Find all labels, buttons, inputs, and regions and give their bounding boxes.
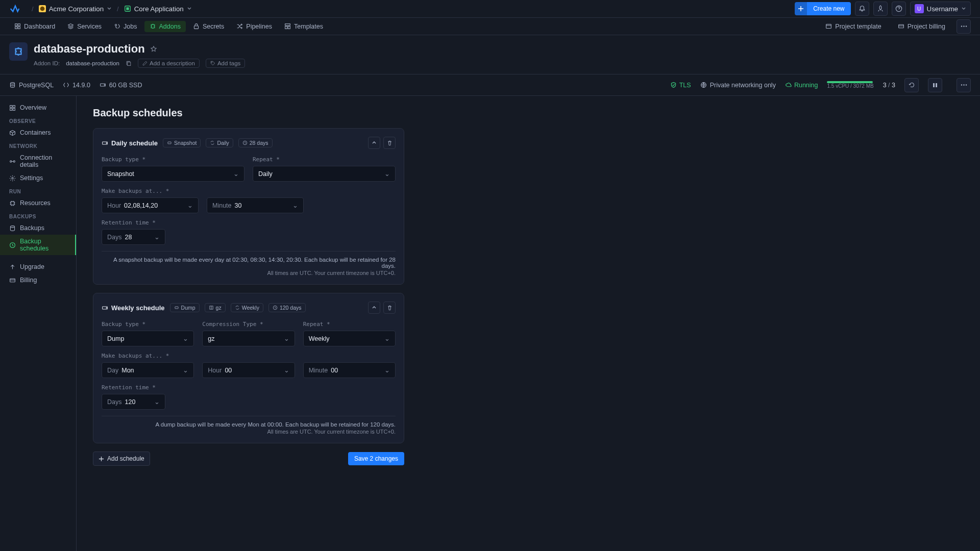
version-info: 14.9.0 bbox=[63, 82, 90, 89]
tab-label: Secrets bbox=[203, 23, 224, 30]
save-label: Save 2 changes bbox=[354, 455, 398, 462]
svg-rect-7 bbox=[15, 27, 17, 29]
sidebar-item-billing[interactable]: Billing bbox=[0, 273, 76, 287]
rocket-icon bbox=[877, 5, 884, 12]
svg-rect-31 bbox=[13, 105, 15, 107]
plus-icon bbox=[99, 456, 104, 462]
disk-label: 60 GB SSD bbox=[109, 82, 142, 89]
copy-icon[interactable] bbox=[126, 60, 132, 66]
sidebar-item-settings[interactable]: Settings bbox=[0, 171, 76, 185]
tag-icon bbox=[210, 61, 215, 66]
tab-jobs[interactable]: Jobs bbox=[109, 21, 142, 32]
collapse-button[interactable] bbox=[368, 302, 380, 314]
tab-secrets[interactable]: Secrets bbox=[188, 21, 229, 32]
day-select[interactable]: DayMon⌄ bbox=[102, 362, 194, 378]
svg-rect-40 bbox=[10, 279, 15, 282]
add-description-button[interactable]: Add a description bbox=[138, 59, 200, 68]
status-label: Running bbox=[794, 82, 818, 89]
cloud-icon bbox=[785, 82, 792, 88]
logo-icon[interactable] bbox=[9, 3, 20, 14]
minute-select[interactable]: Minute00⌄ bbox=[303, 362, 396, 378]
sidebar-item-upgrade[interactable]: Upgrade bbox=[0, 260, 76, 273]
shield-icon bbox=[670, 82, 677, 88]
sidebar-item-connection[interactable]: Connection details bbox=[0, 151, 76, 171]
restart-icon bbox=[909, 82, 915, 88]
sidebar-item-label: Billing bbox=[20, 277, 37, 284]
puzzle-icon bbox=[13, 46, 24, 57]
field-label: Backup type * bbox=[102, 156, 244, 163]
svg-rect-12 bbox=[285, 27, 287, 29]
tab-label: Project template bbox=[835, 23, 881, 30]
backup-type-select[interactable]: Snapshot⌄ bbox=[102, 166, 244, 182]
help-button[interactable] bbox=[892, 2, 906, 16]
tab-label: Project billing bbox=[908, 23, 945, 30]
tab-dashboard[interactable]: Dashboard bbox=[9, 21, 60, 32]
tab-project-template[interactable]: Project template bbox=[820, 21, 886, 32]
create-new-plus[interactable] bbox=[795, 2, 807, 15]
retention-days-select[interactable]: Days28⌄ bbox=[102, 229, 165, 245]
changelog-button[interactable] bbox=[873, 2, 888, 16]
chip-type: Dump bbox=[170, 303, 200, 312]
field-label: Repeat * bbox=[253, 156, 396, 163]
breadcrumb-org[interactable]: Acme Corporation bbox=[39, 5, 112, 13]
svg-rect-25 bbox=[933, 83, 935, 87]
disk-icon bbox=[102, 140, 108, 146]
svg-rect-5 bbox=[15, 24, 17, 26]
tab-project-billing[interactable]: Project billing bbox=[893, 21, 950, 32]
sidebar-group-network: NETWORK bbox=[0, 139, 76, 151]
sidebar-item-containers[interactable]: Containers bbox=[0, 126, 76, 139]
save-changes-button[interactable]: Save 2 changes bbox=[348, 452, 404, 465]
page-title-text: database-production bbox=[34, 42, 145, 56]
layers-icon bbox=[67, 23, 74, 30]
addon-type-badge bbox=[9, 42, 28, 61]
svg-rect-47 bbox=[175, 307, 178, 309]
repeat-select[interactable]: Daily⌄ bbox=[253, 166, 396, 182]
sidebar-item-resources[interactable]: Resources bbox=[0, 196, 76, 210]
breadcrumb-app[interactable]: Core Application bbox=[124, 5, 192, 13]
backup-type-select[interactable]: Dump⌄ bbox=[102, 331, 194, 346]
card-title-text: Weekly schedule bbox=[111, 304, 165, 312]
dots-icon bbox=[961, 26, 967, 27]
restart-button[interactable] bbox=[904, 78, 919, 92]
sidebar-item-backups[interactable]: Backups bbox=[0, 221, 76, 235]
svg-point-1 bbox=[40, 7, 44, 11]
sidebar-group-observe: OBSERVE bbox=[0, 114, 76, 126]
create-new-button[interactable]: Create new bbox=[807, 2, 850, 15]
more-button[interactable] bbox=[957, 78, 971, 92]
sidebar-item-label: Backups bbox=[20, 224, 44, 232]
branch-icon bbox=[63, 82, 69, 88]
database-icon bbox=[9, 82, 16, 88]
compression-select[interactable]: gz⌄ bbox=[202, 331, 295, 346]
sidebar-item-overview[interactable]: Overview bbox=[0, 101, 76, 114]
minute-select[interactable]: Minute30⌄ bbox=[207, 197, 304, 213]
bell-icon bbox=[859, 5, 866, 12]
gear-icon bbox=[9, 175, 16, 182]
tab-more-button[interactable] bbox=[957, 19, 971, 34]
add-tags-button[interactable]: Add tags bbox=[206, 59, 245, 68]
archive-icon bbox=[9, 225, 16, 232]
tab-pipelines[interactable]: Pipelines bbox=[231, 21, 277, 32]
sidebar-item-schedules[interactable]: Backup schedules bbox=[0, 235, 76, 255]
delete-button[interactable] bbox=[383, 137, 396, 149]
star-icon[interactable] bbox=[150, 45, 157, 53]
card-title: Weekly schedule bbox=[102, 304, 165, 312]
delete-button[interactable] bbox=[383, 302, 396, 314]
hour-select[interactable]: Hour00⌄ bbox=[202, 362, 295, 378]
tab-services[interactable]: Services bbox=[62, 21, 107, 32]
retention-days-select[interactable]: Days120⌄ bbox=[102, 394, 165, 410]
usage-label: 1.5 vCPU / 3072 MB bbox=[827, 83, 873, 89]
chevron-down-icon bbox=[961, 6, 966, 11]
hour-select[interactable]: Hour02,08,14,20⌄ bbox=[102, 197, 199, 213]
user-menu[interactable]: U Username bbox=[910, 2, 971, 16]
create-new-label: Create new bbox=[813, 5, 844, 12]
notifications-button[interactable] bbox=[855, 2, 869, 16]
tab-templates[interactable]: Templates bbox=[279, 21, 328, 32]
repeat-select[interactable]: Weekly⌄ bbox=[303, 331, 396, 346]
svg-point-23 bbox=[104, 85, 105, 85]
svg-rect-10 bbox=[194, 26, 198, 29]
collapse-button[interactable] bbox=[368, 137, 380, 149]
breadcrumb-app-label: Core Application bbox=[134, 5, 184, 13]
pause-button[interactable] bbox=[928, 78, 942, 92]
add-schedule-button[interactable]: Add schedule bbox=[93, 452, 150, 466]
tab-addons[interactable]: Addons bbox=[144, 21, 186, 32]
